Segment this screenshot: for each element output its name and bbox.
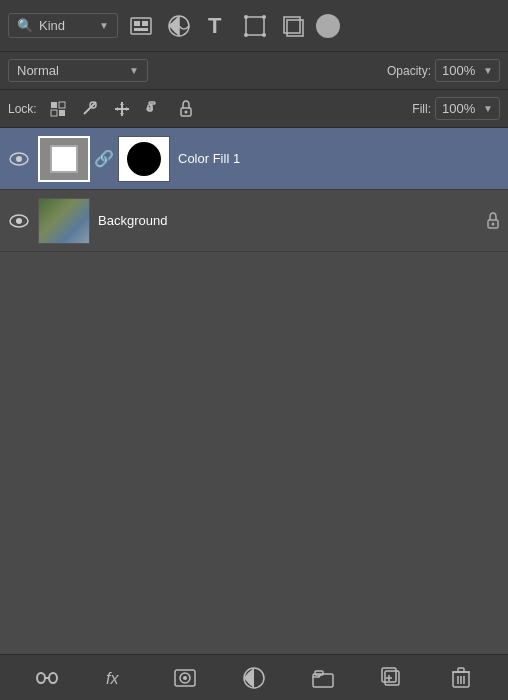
bg-thumb-inner — [39, 199, 89, 243]
layer-row[interactable]: Background — [0, 190, 508, 252]
lock-all-button[interactable] — [173, 96, 199, 122]
svg-point-43 — [183, 676, 187, 680]
kind-dropdown[interactable]: 🔍 Kind ▼ — [8, 13, 118, 38]
svg-rect-46 — [315, 671, 323, 675]
svg-rect-16 — [59, 110, 65, 116]
svg-rect-15 — [51, 110, 57, 116]
svg-marker-23 — [120, 113, 124, 116]
lock-artboard-button[interactable] — [141, 96, 167, 122]
svg-rect-13 — [51, 102, 57, 108]
top-toolbar: 🔍 Kind ▼ T — [0, 0, 508, 52]
lock-label: Lock: — [8, 102, 37, 116]
blend-opacity-row: Normal ▼ Opacity: 100% ▼ — [0, 52, 508, 90]
svg-point-33 — [16, 156, 22, 162]
opacity-label: Opacity: — [387, 64, 431, 78]
delete-layer-button[interactable] — [445, 662, 477, 694]
svg-marker-25 — [126, 107, 129, 111]
layer-visibility-toggle[interactable] — [8, 148, 30, 170]
svg-marker-22 — [120, 102, 124, 105]
layer-lock-icon — [486, 212, 500, 230]
svg-point-37 — [492, 222, 495, 225]
shape-icon[interactable] — [240, 11, 270, 41]
kind-dropdown-arrow: ▼ — [99, 20, 109, 31]
image-filter-icon[interactable] — [126, 11, 156, 41]
thumb-inner — [50, 145, 78, 173]
svg-rect-14 — [59, 102, 65, 108]
adjustment-icon[interactable] — [164, 11, 194, 41]
opacity-arrow: ▼ — [483, 65, 493, 76]
layer-effects-button[interactable]: fx — [100, 662, 132, 694]
new-fill-adjustment-button[interactable] — [238, 662, 270, 694]
lock-position-button[interactable] — [109, 96, 135, 122]
layer-thumbnail — [38, 136, 90, 182]
fill-value: 100% — [442, 101, 479, 116]
layer-name: Background — [98, 213, 478, 228]
smart-object-icon[interactable] — [278, 11, 308, 41]
type-icon[interactable]: T — [202, 11, 232, 41]
svg-rect-26 — [149, 102, 155, 104]
add-mask-button[interactable] — [169, 662, 201, 694]
svg-marker-24 — [115, 107, 118, 111]
lock-image-button[interactable] — [77, 96, 103, 122]
fill-arrow: ▼ — [483, 103, 493, 114]
layer-visibility-toggle[interactable] — [8, 210, 30, 232]
blend-mode-arrow: ▼ — [129, 65, 139, 76]
svg-text:fx: fx — [106, 670, 119, 687]
layers-area: 🔗 Color Fill 1 Background — [0, 128, 508, 391]
svg-rect-1 — [134, 21, 140, 26]
svg-point-8 — [262, 15, 266, 19]
layer-thumb-group: 🔗 — [38, 136, 170, 182]
bottom-toolbar: fx — [0, 654, 508, 700]
svg-point-7 — [244, 15, 248, 19]
empty-canvas — [0, 391, 508, 654]
svg-rect-6 — [246, 17, 264, 35]
svg-rect-45 — [313, 674, 333, 687]
opacity-value: 100% — [442, 63, 479, 78]
opacity-group: Opacity: 100% ▼ — [387, 59, 500, 82]
new-group-button[interactable] — [307, 662, 339, 694]
fill-label: Fill: — [412, 102, 431, 116]
lock-fill-row: Lock: — [0, 90, 508, 128]
svg-point-10 — [262, 33, 266, 37]
fill-dropdown[interactable]: 100% ▼ — [435, 97, 500, 120]
svg-text:T: T — [208, 15, 222, 37]
svg-point-19 — [92, 104, 94, 106]
svg-point-35 — [16, 218, 22, 224]
layer-name: Color Fill 1 — [178, 151, 500, 166]
mask-circle — [127, 142, 161, 176]
filter-circle[interactable] — [316, 14, 340, 38]
svg-point-9 — [244, 33, 248, 37]
search-icon: 🔍 — [17, 18, 33, 33]
kind-label: Kind — [39, 18, 93, 33]
svg-rect-2 — [142, 21, 148, 26]
layer-mask-thumbnail — [118, 136, 170, 182]
fill-group: Fill: 100% ▼ — [412, 97, 500, 120]
layer-row[interactable]: 🔗 Color Fill 1 — [0, 128, 508, 190]
layer-thumb-group — [38, 198, 90, 244]
blend-mode-dropdown[interactable]: Normal ▼ — [8, 59, 148, 82]
svg-rect-39 — [49, 673, 57, 683]
new-layer-button[interactable] — [376, 662, 408, 694]
svg-rect-38 — [37, 673, 45, 683]
lock-pixels-button[interactable] — [45, 96, 71, 122]
blend-mode-label: Normal — [17, 63, 123, 78]
photoshop-layers-panel: 🔍 Kind ▼ T — [0, 0, 508, 700]
svg-rect-53 — [458, 668, 464, 672]
svg-rect-3 — [134, 28, 148, 31]
layer-link-icon: 🔗 — [94, 149, 114, 168]
opacity-dropdown[interactable]: 100% ▼ — [435, 59, 500, 82]
svg-point-31 — [184, 110, 187, 113]
layer-thumbnail — [38, 198, 90, 244]
link-layers-button[interactable] — [31, 662, 63, 694]
